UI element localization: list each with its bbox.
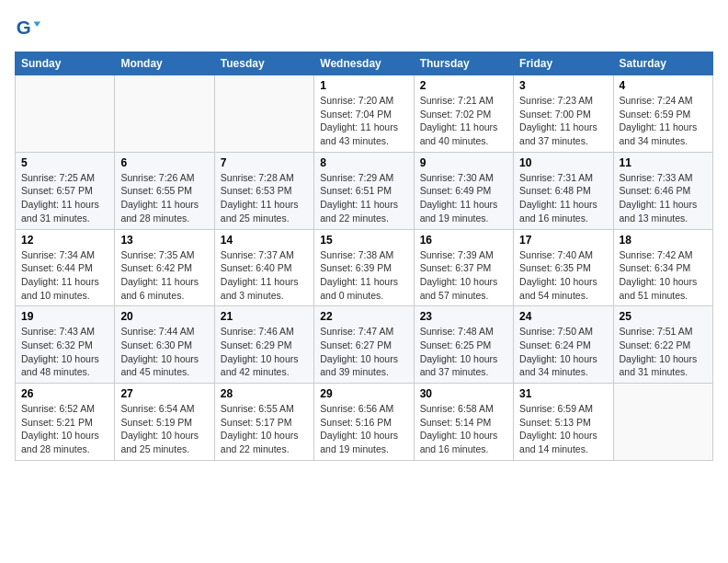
calendar-cell: 4Sunrise: 7:24 AM Sunset: 6:59 PM Daylig… (613, 75, 712, 153)
week-row-4: 19Sunrise: 7:43 AM Sunset: 6:32 PM Dayli… (16, 306, 713, 384)
calendar-cell (16, 75, 115, 153)
calendar-cell: 3Sunrise: 7:23 AM Sunset: 7:00 PM Daylig… (514, 75, 613, 153)
calendar-cell: 26Sunrise: 6:52 AM Sunset: 5:21 PM Dayli… (16, 384, 115, 461)
calendar-cell: 19Sunrise: 7:43 AM Sunset: 6:32 PM Dayli… (16, 306, 115, 384)
calendar-cell: 17Sunrise: 7:40 AM Sunset: 6:35 PM Dayli… (514, 229, 613, 306)
calendar-cell: 30Sunrise: 6:58 AM Sunset: 5:14 PM Dayli… (414, 384, 513, 461)
day-number: 3 (519, 79, 607, 92)
col-header-friday: Friday (514, 52, 613, 75)
calendar-cell: 25Sunrise: 7:51 AM Sunset: 6:22 PM Dayli… (613, 306, 712, 384)
day-number: 19 (21, 310, 108, 323)
calendar-cell: 12Sunrise: 7:34 AM Sunset: 6:44 PM Dayli… (16, 229, 115, 306)
day-number: 12 (21, 234, 108, 247)
calendar-cell: 15Sunrise: 7:38 AM Sunset: 6:39 PM Dayli… (314, 229, 414, 306)
day-info: Sunrise: 6:55 AM Sunset: 5:17 PM Dayligh… (221, 402, 308, 456)
col-header-wednesday: Wednesday (314, 52, 414, 75)
day-number: 23 (420, 310, 507, 323)
day-number: 31 (519, 387, 607, 400)
logo: G (15, 15, 44, 40)
day-number: 4 (620, 79, 707, 92)
col-header-monday: Monday (115, 52, 214, 75)
calendar-table: SundayMondayTuesdayWednesdayThursdayFrid… (15, 52, 713, 461)
week-row-5: 26Sunrise: 6:52 AM Sunset: 5:21 PM Dayli… (16, 384, 713, 461)
calendar-cell: 11Sunrise: 7:33 AM Sunset: 6:46 PM Dayli… (613, 152, 712, 229)
calendar-cell: 18Sunrise: 7:42 AM Sunset: 6:34 PM Dayli… (613, 229, 712, 306)
day-number: 30 (420, 387, 507, 400)
calendar-cell: 9Sunrise: 7:30 AM Sunset: 6:49 PM Daylig… (414, 152, 513, 229)
day-info: Sunrise: 7:34 AM Sunset: 6:44 PM Dayligh… (21, 248, 108, 303)
col-header-sunday: Sunday (16, 52, 115, 75)
calendar-cell: 2Sunrise: 7:21 AM Sunset: 7:02 PM Daylig… (414, 75, 513, 153)
calendar-cell: 5Sunrise: 7:25 AM Sunset: 6:57 PM Daylig… (16, 152, 115, 229)
day-info: Sunrise: 7:39 AM Sunset: 6:37 PM Dayligh… (420, 248, 507, 303)
day-info: Sunrise: 7:44 AM Sunset: 6:30 PM Dayligh… (120, 325, 208, 379)
day-info: Sunrise: 6:52 AM Sunset: 5:21 PM Dayligh… (21, 402, 108, 456)
day-number: 1 (320, 79, 407, 92)
day-number: 17 (519, 234, 607, 247)
day-number: 9 (420, 156, 507, 169)
calendar-cell: 31Sunrise: 6:59 AM Sunset: 5:13 PM Dayli… (514, 384, 613, 461)
col-header-thursday: Thursday (414, 52, 513, 75)
day-info: Sunrise: 7:40 AM Sunset: 6:35 PM Dayligh… (519, 248, 607, 303)
week-row-3: 12Sunrise: 7:34 AM Sunset: 6:44 PM Dayli… (16, 229, 713, 306)
day-number: 28 (221, 387, 308, 400)
day-info: Sunrise: 7:28 AM Sunset: 6:53 PM Dayligh… (221, 171, 308, 225)
day-info: Sunrise: 7:48 AM Sunset: 6:25 PM Dayligh… (420, 325, 507, 379)
calendar-cell: 7Sunrise: 7:28 AM Sunset: 6:53 PM Daylig… (214, 152, 313, 229)
day-info: Sunrise: 7:26 AM Sunset: 6:55 PM Dayligh… (120, 171, 208, 225)
calendar-cell (115, 75, 214, 153)
calendar-cell (613, 384, 712, 461)
calendar-cell: 28Sunrise: 6:55 AM Sunset: 5:17 PM Dayli… (214, 384, 313, 461)
day-number: 14 (221, 234, 308, 247)
calendar-cell: 14Sunrise: 7:37 AM Sunset: 6:40 PM Dayli… (214, 229, 313, 306)
day-info: Sunrise: 7:50 AM Sunset: 6:24 PM Dayligh… (519, 325, 607, 379)
calendar-cell: 13Sunrise: 7:35 AM Sunset: 6:42 PM Dayli… (115, 229, 214, 306)
day-info: Sunrise: 6:56 AM Sunset: 5:16 PM Dayligh… (320, 402, 407, 456)
day-info: Sunrise: 6:58 AM Sunset: 5:14 PM Dayligh… (420, 402, 507, 456)
day-info: Sunrise: 7:42 AM Sunset: 6:34 PM Dayligh… (620, 248, 707, 303)
calendar-cell: 1Sunrise: 7:20 AM Sunset: 7:04 PM Daylig… (314, 75, 414, 153)
day-number: 29 (320, 387, 407, 400)
day-info: Sunrise: 7:23 AM Sunset: 7:00 PM Dayligh… (519, 94, 607, 148)
page-header: G (15, 15, 713, 40)
day-info: Sunrise: 7:21 AM Sunset: 7:02 PM Dayligh… (420, 94, 507, 148)
col-header-saturday: Saturday (613, 52, 712, 75)
week-row-2: 5Sunrise: 7:25 AM Sunset: 6:57 PM Daylig… (16, 152, 713, 229)
day-info: Sunrise: 7:47 AM Sunset: 6:27 PM Dayligh… (320, 325, 407, 379)
day-number: 11 (620, 156, 707, 169)
day-info: Sunrise: 7:29 AM Sunset: 6:51 PM Dayligh… (320, 171, 407, 225)
day-info: Sunrise: 7:20 AM Sunset: 7:04 PM Dayligh… (320, 94, 407, 148)
logo-icon: G (15, 15, 40, 40)
day-info: Sunrise: 6:59 AM Sunset: 5:13 PM Dayligh… (519, 402, 607, 456)
day-info: Sunrise: 7:33 AM Sunset: 6:46 PM Dayligh… (620, 171, 707, 225)
day-info: Sunrise: 7:31 AM Sunset: 6:48 PM Dayligh… (519, 171, 607, 225)
day-info: Sunrise: 7:35 AM Sunset: 6:42 PM Dayligh… (120, 248, 208, 303)
calendar-cell: 8Sunrise: 7:29 AM Sunset: 6:51 PM Daylig… (314, 152, 414, 229)
day-info: Sunrise: 7:38 AM Sunset: 6:39 PM Dayligh… (320, 248, 407, 303)
day-number: 27 (120, 387, 208, 400)
day-number: 15 (320, 234, 407, 247)
day-info: Sunrise: 7:51 AM Sunset: 6:22 PM Dayligh… (620, 325, 707, 379)
calendar-cell: 10Sunrise: 7:31 AM Sunset: 6:48 PM Dayli… (514, 152, 613, 229)
day-number: 13 (120, 234, 208, 247)
svg-marker-1 (34, 21, 40, 27)
calendar-cell: 20Sunrise: 7:44 AM Sunset: 6:30 PM Dayli… (115, 306, 214, 384)
calendar-cell: 21Sunrise: 7:46 AM Sunset: 6:29 PM Dayli… (214, 306, 313, 384)
day-number: 16 (420, 234, 507, 247)
calendar-cell: 6Sunrise: 7:26 AM Sunset: 6:55 PM Daylig… (115, 152, 214, 229)
calendar-cell (214, 75, 313, 153)
calendar-cell: 22Sunrise: 7:47 AM Sunset: 6:27 PM Dayli… (314, 306, 414, 384)
calendar-cell: 27Sunrise: 6:54 AM Sunset: 5:19 PM Dayli… (115, 384, 214, 461)
calendar-cell: 29Sunrise: 6:56 AM Sunset: 5:16 PM Dayli… (314, 384, 414, 461)
day-number: 7 (221, 156, 308, 169)
calendar-cell: 24Sunrise: 7:50 AM Sunset: 6:24 PM Dayli… (514, 306, 613, 384)
day-info: Sunrise: 7:46 AM Sunset: 6:29 PM Dayligh… (221, 325, 308, 379)
day-info: Sunrise: 7:30 AM Sunset: 6:49 PM Dayligh… (420, 171, 507, 225)
calendar-cell: 16Sunrise: 7:39 AM Sunset: 6:37 PM Dayli… (414, 229, 513, 306)
col-header-tuesday: Tuesday (214, 52, 313, 75)
day-info: Sunrise: 6:54 AM Sunset: 5:19 PM Dayligh… (120, 402, 208, 456)
day-info: Sunrise: 7:37 AM Sunset: 6:40 PM Dayligh… (221, 248, 308, 303)
day-info: Sunrise: 7:25 AM Sunset: 6:57 PM Dayligh… (21, 171, 108, 225)
day-number: 24 (519, 310, 607, 323)
day-number: 22 (320, 310, 407, 323)
